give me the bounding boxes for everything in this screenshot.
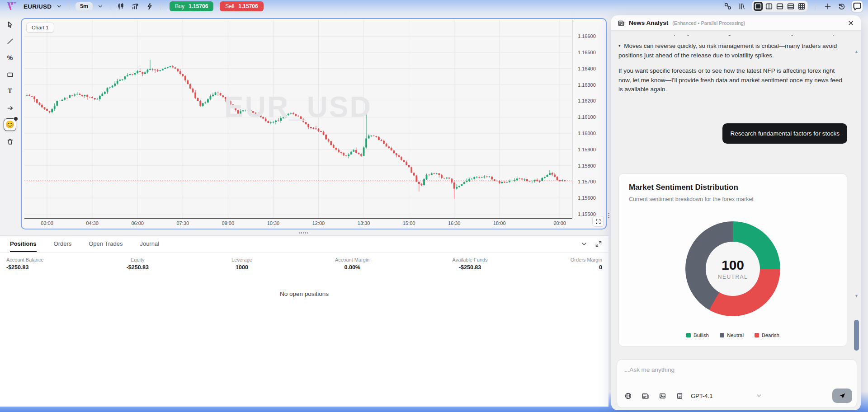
- layout-rows2-icon[interactable]: [775, 2, 784, 11]
- price-tick-label: 1.15800: [578, 163, 596, 169]
- timeframe-selector[interactable]: 5m: [75, 2, 93, 10]
- trading-app: EUR/USD 5m Buy 1.15706 Sell 1.15706 %T😊 …: [0, 0, 868, 412]
- tab-open-trades[interactable]: Open Trades: [89, 236, 123, 252]
- symbol-chevron-down-icon[interactable]: [56, 3, 62, 9]
- price-tick-label: 1.16400: [578, 66, 596, 71]
- model-selector[interactable]: GPT-4.1: [693, 393, 762, 399]
- plus-icon[interactable]: [824, 2, 832, 10]
- send-button[interactable]: [832, 389, 852, 403]
- image-icon[interactable]: [659, 392, 666, 400]
- percent-tool-icon[interactable]: %: [4, 52, 16, 64]
- buy-button[interactable]: Buy 1.15706: [170, 1, 213, 11]
- price-tick-label: 1.15700: [578, 179, 596, 184]
- performance-icon[interactable]: [131, 2, 139, 10]
- expand-panel-icon[interactable]: [595, 240, 602, 248]
- sell-button[interactable]: Sell 1.15706: [220, 1, 263, 11]
- time-tick-label: 18:00: [490, 220, 509, 226]
- trend-line-tool-icon[interactable]: [4, 35, 16, 47]
- layout-single-icon[interactable]: [754, 2, 763, 11]
- chat-scroll-area[interactable]: Moves can reverse quickly, so risk manag…: [611, 31, 861, 356]
- time-axis[interactable]: 03:0004:3006:0007:3009:0010:3012:0013:30…: [24, 219, 572, 228]
- history-icon[interactable]: [838, 2, 846, 10]
- time-tick-label: 06:00: [127, 220, 147, 226]
- scrollbar-thumb[interactable]: [854, 320, 859, 351]
- sentiment-legend: BullishNeutralBearish: [629, 332, 837, 338]
- chart-panel: Chart 1 EUR_USD 1.166001.165001.164001.1…: [21, 18, 607, 229]
- buy-label: Buy: [175, 3, 184, 9]
- text-tool-icon[interactable]: T: [4, 85, 16, 98]
- time-tick-label: 15:00: [399, 220, 419, 226]
- newspaper-icon: [618, 19, 625, 27]
- price-tick-label: 1.16100: [578, 114, 596, 120]
- price-tick-label: 1.15600: [578, 195, 596, 201]
- legend-neutral: Neutral: [720, 332, 744, 338]
- clipped-message-line: Moves can reverse quickly, so risk manag…: [618, 35, 847, 38]
- stat-equity: Equity-$250.83: [127, 257, 149, 271]
- layout-rows3-icon[interactable]: [786, 2, 795, 11]
- close-icon[interactable]: [847, 19, 854, 27]
- notes-icon[interactable]: [676, 392, 684, 400]
- price-axis[interactable]: 1.166001.165001.164001.163001.162001.161…: [572, 20, 606, 218]
- news-panel-subtitle: (Enhanced • Parallel Processing): [672, 20, 745, 26]
- time-tick-label: 04:30: [82, 220, 102, 226]
- scroll-down-icon[interactable]: ▼: [854, 293, 859, 299]
- legend-bearish: Bearish: [755, 332, 779, 338]
- flash-icon[interactable]: [146, 2, 154, 10]
- divider: [160, 3, 160, 10]
- news-panel-header: News Analyst (Enhanced • Parallel Proces…: [611, 15, 861, 31]
- chat-icon[interactable]: [852, 1, 863, 12]
- divider: [816, 3, 816, 10]
- chart-fullscreen-button[interactable]: [592, 216, 604, 227]
- scroll-up-icon[interactable]: ▲: [854, 49, 859, 54]
- assistant-message: • Moves can reverse quickly, so risk man…: [618, 42, 847, 94]
- rectangle-tool-icon[interactable]: [4, 68, 16, 81]
- account-stats: Account Balance-$250.83Equity-$250.83Lev…: [0, 253, 609, 273]
- price-tick-label: 1.16200: [578, 98, 596, 103]
- candles-icon[interactable]: [117, 2, 125, 10]
- tab-orders[interactable]: Orders: [54, 236, 72, 252]
- buy-price: 1.15706: [189, 3, 208, 9]
- user-message: Research fundamental factors for stocks: [722, 123, 847, 144]
- vertical-resize-handle[interactable]: [607, 209, 610, 222]
- chat-input-actions: GPT-4.1: [624, 389, 852, 403]
- collapse-chevron-icon[interactable]: [580, 240, 588, 248]
- donut-center: 100 NEUTRAL: [706, 242, 760, 296]
- chat-scrollbar[interactable]: ▲ ▼: [853, 49, 860, 299]
- tab-journal[interactable]: Journal: [140, 236, 159, 252]
- chart-tab[interactable]: Chart 1: [26, 23, 54, 33]
- stat-leverage: Leverage1000: [231, 257, 252, 271]
- trash-tool-icon[interactable]: [4, 135, 16, 148]
- time-tick-label: 10:30: [263, 220, 283, 226]
- chart-plot-area[interactable]: EUR_USD: [24, 20, 572, 219]
- news-icon[interactable]: [642, 392, 649, 400]
- library-icon[interactable]: [738, 2, 746, 10]
- stat-available-funds: Available Funds-$250.83: [453, 257, 488, 271]
- tab-positions[interactable]: Positions: [10, 236, 37, 252]
- divider: [110, 3, 110, 10]
- divider: [69, 3, 69, 10]
- candlestick-chart[interactable]: [24, 20, 572, 219]
- link-icon[interactable]: [724, 2, 732, 10]
- model-name: GPT-4.1: [691, 393, 712, 399]
- chart-tool-group: [117, 2, 154, 10]
- top-toolbar: EUR/USD 5m Buy 1.15706 Sell 1.15706: [0, 0, 868, 13]
- price-tick-label: 1.16500: [578, 50, 596, 55]
- positions-panel: PositionsOrdersOpen TradesJournal Accoun…: [0, 236, 609, 407]
- globe-icon[interactable]: [624, 392, 632, 400]
- horizontal-resize-handle[interactable]: [297, 231, 310, 234]
- cursor-tool-icon[interactable]: [4, 18, 16, 31]
- sentiment-score: 100: [722, 258, 744, 273]
- arrow-tool-icon[interactable]: [4, 102, 16, 114]
- price-tick-label: 1.16600: [578, 33, 596, 39]
- timeframe-chevron-down-icon[interactable]: [97, 3, 104, 9]
- layout-cols-icon[interactable]: [764, 2, 774, 11]
- positions-tabs: PositionsOrdersOpen TradesJournal: [0, 236, 609, 253]
- legend-bullish: Bullish: [686, 332, 709, 338]
- time-tick-label: 13:30: [354, 220, 374, 226]
- emoji-tool-icon[interactable]: 😊: [4, 118, 16, 131]
- stat-orders-margin: Orders Margin0: [571, 257, 602, 271]
- chat-input[interactable]: [624, 366, 794, 373]
- panel-actions: [580, 236, 602, 252]
- attachment-icons: [624, 392, 684, 400]
- layout-grid-icon[interactable]: [797, 2, 806, 11]
